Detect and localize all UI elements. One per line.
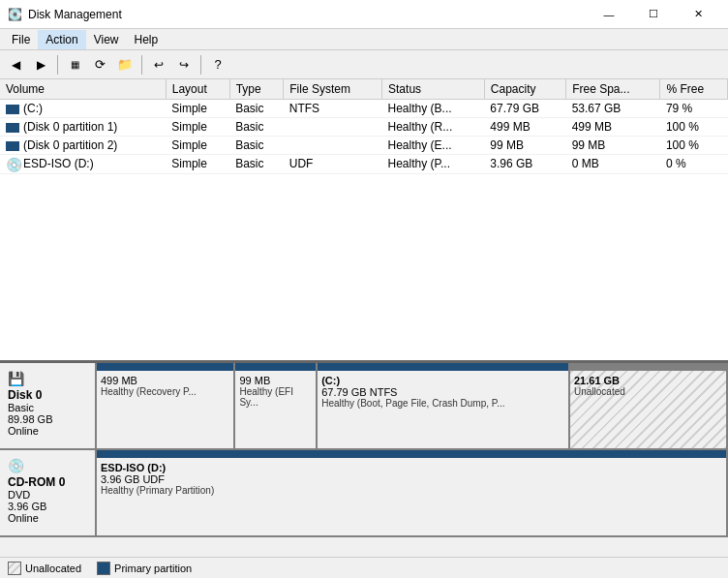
partition-bar xyxy=(97,363,233,371)
partition-d0p3[interactable]: (C:) 67.79 GB NTFS Healthy (Boot, Page F… xyxy=(318,363,570,448)
cell-percentfree: 100 % xyxy=(660,137,728,155)
cell-filesystem xyxy=(284,137,382,155)
title-bar: 💽 Disk Management — ☐ ✕ xyxy=(0,0,728,29)
window-title: Disk Management xyxy=(28,8,122,21)
disk-partitions-cdrom0: ESD-ISO (D:) 3.96 GB UDF Healthy (Primar… xyxy=(97,450,728,535)
table-area: Volume Layout Type File System Status Ca… xyxy=(0,79,728,363)
disk-status: Online xyxy=(8,425,87,437)
cell-type: Basic xyxy=(229,155,284,174)
cell-freespace: 99 MB xyxy=(566,137,660,155)
cell-capacity: 99 MB xyxy=(484,137,565,155)
cell-filesystem xyxy=(284,118,382,137)
menu-action[interactable]: Action xyxy=(38,30,85,49)
refresh-button[interactable]: ⟳ xyxy=(88,53,111,76)
toolbar-separator-3 xyxy=(200,55,201,75)
cell-volume: (Disk 0 partition 1) xyxy=(0,118,166,137)
menu-bar: File Action View Help xyxy=(0,29,728,50)
cell-capacity: 67.79 GB xyxy=(484,100,565,118)
disk-partitions-disk0: 499 MB Healthy (Recovery P... 99 MB Heal… xyxy=(97,363,728,448)
cell-filesystem: NTFS xyxy=(284,100,382,118)
partition-name: ESD-ISO (D:) xyxy=(101,462,722,473)
menu-file[interactable]: File xyxy=(4,30,38,49)
cell-status: Healthy (P... xyxy=(382,155,485,174)
partition-bar xyxy=(235,363,316,371)
drive-icon xyxy=(6,123,19,133)
col-capacity[interactable]: Capacity xyxy=(484,79,565,100)
back-button[interactable]: ◀ xyxy=(4,53,27,76)
legend-unallocated-box xyxy=(8,562,21,575)
cell-type: Basic xyxy=(229,118,284,137)
legend-primary-label: Primary partition xyxy=(114,563,192,574)
cell-capacity: 3.96 GB xyxy=(484,155,565,174)
properties-button[interactable]: ▦ xyxy=(63,53,86,76)
maximize-button[interactable]: ☐ xyxy=(631,0,676,29)
partition-d0p1[interactable]: 499 MB Healthy (Recovery P... xyxy=(97,363,235,448)
partition-d0unalloc[interactable]: 21.61 GB Unallocated xyxy=(570,363,728,448)
table-row[interactable]: (Disk 0 partition 1) Simple Basic Health… xyxy=(0,118,728,137)
col-status[interactable]: Status xyxy=(382,79,485,100)
partition-size: 3.96 GB UDF xyxy=(101,473,722,485)
title-controls: — ☐ ✕ xyxy=(587,0,720,29)
main-content: Volume Layout Type File System Status Ca… xyxy=(0,79,728,557)
partition-bar xyxy=(97,450,726,458)
cell-type: Basic xyxy=(229,100,284,118)
cell-layout: Simple xyxy=(166,100,229,118)
cell-freespace: 0 MB xyxy=(566,155,660,174)
partition-bar xyxy=(318,363,568,371)
disk-row-disk0: 💾 Disk 0 Basic 89.98 GB Online 499 MB He… xyxy=(0,363,728,450)
cell-layout: Simple xyxy=(166,155,229,174)
folder-button[interactable]: 📁 xyxy=(113,53,136,76)
col-volume[interactable]: Volume xyxy=(0,79,166,100)
cell-volume: (Disk 0 partition 2) xyxy=(0,137,166,155)
partition-size-label: 21.61 GB xyxy=(574,375,722,386)
help-toolbar-button[interactable]: ? xyxy=(206,53,229,76)
partition-size: 67.79 GB NTFS xyxy=(321,386,564,398)
cell-percentfree: 100 % xyxy=(660,118,728,137)
disk-type-icon: 💾 xyxy=(8,371,87,386)
col-percentfree[interactable]: % Free xyxy=(660,79,728,100)
minimize-button[interactable]: — xyxy=(587,0,631,29)
drive-icon xyxy=(6,105,19,114)
close-button[interactable]: ✕ xyxy=(676,0,720,29)
disk-label-cdrom0: 💿 CD-ROM 0 DVD 3.96 GB Online xyxy=(0,450,97,535)
status-bar: Unallocated Primary partition xyxy=(0,557,728,578)
cell-freespace: 53.67 GB xyxy=(566,100,660,118)
partition-name: (C:) xyxy=(321,375,564,386)
disk-name: Disk 0 xyxy=(8,388,87,402)
cell-freespace: 499 MB xyxy=(566,118,660,137)
col-freespace[interactable]: Free Spa... xyxy=(566,79,660,100)
partition-cd0p1[interactable]: ESD-ISO (D:) 3.96 GB UDF Healthy (Primar… xyxy=(97,450,728,535)
table-header-row: Volume Layout Type File System Status Ca… xyxy=(0,79,728,100)
cd-icon: 💿 xyxy=(6,158,19,171)
cell-percentfree: 0 % xyxy=(660,155,728,174)
table-row[interactable]: (Disk 0 partition 2) Simple Basic Health… xyxy=(0,137,728,155)
menu-view[interactable]: View xyxy=(86,30,127,49)
col-layout[interactable]: Layout xyxy=(166,79,229,100)
disk-area-wrapper: 💾 Disk 0 Basic 89.98 GB Online 499 MB He… xyxy=(0,363,728,557)
disk-row-cdrom0: 💿 CD-ROM 0 DVD 3.96 GB Online ESD-ISO (D… xyxy=(0,450,728,537)
unalloc-bar xyxy=(570,363,726,371)
cell-volume: (C:) xyxy=(0,100,166,118)
cell-status: Healthy (E... xyxy=(382,137,485,155)
cell-volume: 💿ESD-ISO (D:) xyxy=(0,155,166,174)
disk-label-disk0: 💾 Disk 0 Basic 89.98 GB Online xyxy=(0,363,97,448)
table-row[interactable]: 💿ESD-ISO (D:) Simple Basic UDF Healthy (… xyxy=(0,155,728,174)
cell-percentfree: 79 % xyxy=(660,100,728,118)
forward-button[interactable]: ▶ xyxy=(29,53,52,76)
disk-status: Online xyxy=(8,512,87,524)
cell-capacity: 499 MB xyxy=(484,118,565,137)
table-row[interactable]: (C:) Simple Basic NTFS Healthy (B... 67.… xyxy=(0,100,728,118)
partition-d0p2[interactable]: 99 MB Healthy (EFI Sy... xyxy=(235,363,318,448)
col-type[interactable]: Type xyxy=(229,79,284,100)
col-filesystem[interactable]: File System xyxy=(284,79,382,100)
legend-primary-box xyxy=(97,562,110,575)
redo-button[interactable]: ↪ xyxy=(172,53,196,76)
menu-help[interactable]: Help xyxy=(127,30,167,49)
drive-icon xyxy=(6,141,19,151)
partition-info: Healthy (Recovery P... xyxy=(101,386,229,397)
partition-info: Unallocated xyxy=(574,386,722,397)
window-icon: 💽 xyxy=(8,8,22,21)
disk-type: DVD xyxy=(8,489,87,501)
undo-button[interactable]: ↩ xyxy=(147,53,170,76)
partition-info: Healthy (EFI Sy... xyxy=(239,386,312,408)
